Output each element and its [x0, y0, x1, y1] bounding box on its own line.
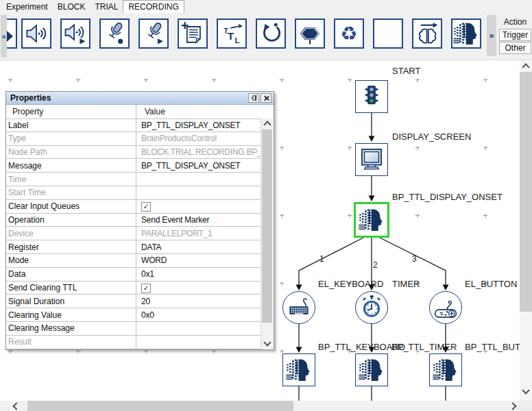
recycle-icon: ♻	[335, 20, 363, 47]
node-timer[interactable]	[355, 291, 388, 324]
scroll-down-icon[interactable]	[263, 338, 271, 346]
toolbar-button-brainproducts[interactable]	[451, 18, 481, 49]
node-el-keyboard[interactable]	[282, 291, 315, 324]
node-el-button[interactable]	[429, 291, 462, 324]
node-bp-ttl-button[interactable]	[429, 353, 462, 386]
node-bp-ttl-timer[interactable]	[355, 353, 388, 386]
palette-tab-action[interactable]: Action	[499, 16, 531, 28]
property-row[interactable]: Data0x1	[6, 268, 261, 282]
canvas-horizontal-scrollbar[interactable]	[0, 401, 520, 411]
property-row[interactable]: Send Clearing TTL✓	[6, 282, 261, 295]
property-value[interactable]: ✓	[136, 200, 261, 213]
property-row[interactable]: ModeWORD	[6, 254, 261, 268]
property-row[interactable]: RegisterDATA	[6, 240, 261, 254]
stop-sign-icon	[296, 20, 324, 47]
column-header-value[interactable]: Value	[136, 105, 261, 119]
property-value[interactable]: 0x0	[136, 308, 261, 321]
toolbar-button-play-voice[interactable]	[138, 18, 169, 49]
toolbar-overflow-left-button[interactable]: «	[1, 15, 7, 58]
toolbar-buttons: T T L	[21, 18, 481, 49]
property-row[interactable]: Result	[6, 336, 261, 349]
property-value[interactable]: BP_TTL_DISPLAY_ONSET	[136, 119, 261, 132]
property-value[interactable]: BrainProductsControl	[136, 132, 261, 145]
svg-text:♻: ♻	[340, 23, 357, 45]
property-value[interactable]	[136, 336, 261, 349]
node-bp-ttl-display-onset-selected[interactable]	[354, 202, 389, 238]
property-row[interactable]: Time	[6, 173, 261, 186]
checkbox[interactable]: ✓	[141, 202, 151, 212]
property-name: Message	[6, 159, 136, 172]
node-label-el-keyboard: EL_KEYBOARD	[318, 279, 383, 289]
toolbar-button-brain-transfer[interactable]	[412, 18, 442, 49]
toolbar-button-play-sound[interactable]	[21, 18, 51, 49]
properties-scrollbar[interactable]	[261, 119, 273, 349]
horizontal-scroll-thumb[interactable]	[27, 401, 293, 411]
property-value[interactable]	[136, 322, 261, 335]
scroll-down-icon[interactable]	[522, 386, 529, 394]
node-start[interactable]	[355, 80, 388, 113]
palette-tab-other[interactable]: Other	[499, 42, 531, 54]
tab-trial[interactable]: TRIAL	[90, 0, 123, 13]
tab-block[interactable]: BLOCK	[53, 0, 90, 13]
stopwatch-icon	[358, 294, 385, 321]
property-row[interactable]: TypeBrainProductsControl	[6, 132, 261, 146]
toolbar-button-play-sound-async[interactable]	[60, 18, 90, 49]
toolbar-button-record-voice[interactable]	[99, 18, 130, 49]
toolbar-overflow-right-button[interactable]: »	[487, 15, 496, 56]
toolbar-button-stop[interactable]	[295, 18, 325, 49]
property-row[interactable]: Signal Duration20	[6, 295, 261, 308]
property-row[interactable]: Start Time	[6, 186, 261, 200]
property-row[interactable]: Node PathBLOCK.TRIAL.RECORDING.BP_TTL_..…	[6, 146, 261, 160]
scroll-up-icon[interactable]	[522, 63, 529, 71]
property-row[interactable]: Clear Input Queues✓	[6, 200, 261, 214]
microphone-play-icon	[140, 20, 167, 47]
node-label-bp-ttl-display-onset: BP_TTL_DISPLAY_ONSET	[392, 192, 503, 202]
node-bp-ttl-keyboard[interactable]	[282, 353, 315, 386]
node-label-el-button: EL_BUTTON	[465, 279, 517, 289]
property-value[interactable]: BP_TTL_DISPLAY_ONSET	[136, 159, 261, 172]
checkbox[interactable]: ✓	[141, 284, 151, 293]
property-value[interactable]: 20	[136, 295, 261, 308]
pin-icon[interactable]	[248, 93, 259, 103]
property-row[interactable]: Clearing Message	[6, 322, 261, 336]
toolbar-button-add-note[interactable]	[178, 18, 208, 49]
property-value[interactable]: PARALLELPORT_1	[136, 227, 261, 240]
properties-titlebar[interactable]: Properties	[6, 92, 274, 105]
toolbar-button-recycle[interactable]: ♻	[334, 18, 364, 49]
property-row[interactable]: OperationSend Event Marker	[6, 214, 261, 227]
canvas-vertical-scrollbar[interactable]	[520, 60, 532, 401]
vertical-scroll-thumb[interactable]	[520, 72, 532, 312]
keyboard-icon	[285, 294, 313, 321]
tab-experiment[interactable]: Experiment	[1, 0, 53, 13]
property-value[interactable]: WORD	[136, 254, 261, 267]
toolbar-button-loop[interactable]	[256, 18, 286, 49]
property-value[interactable]	[136, 186, 261, 199]
property-row[interactable]: Clearing Value0x0	[6, 308, 261, 322]
property-value[interactable]: BLOCK.TRIAL.RECORDING.BP_TTL_...	[136, 146, 261, 159]
palette-tab-trigger[interactable]: Trigger	[499, 29, 531, 41]
column-header-property[interactable]: Property	[6, 105, 136, 119]
scroll-up-icon[interactable]	[263, 121, 271, 128]
property-row[interactable]: LabelBP_TTL_DISPLAY_ONSET	[6, 119, 261, 132]
property-value[interactable]: DATA	[136, 240, 261, 253]
scroll-left-icon[interactable]	[12, 402, 20, 410]
properties-scroll-thumb[interactable]	[262, 129, 272, 323]
close-icon[interactable]	[261, 93, 271, 103]
scroll-right-icon[interactable]	[509, 402, 516, 410]
svg-text:L: L	[235, 36, 240, 45]
property-row[interactable]: DevicePARALLELPORT_1	[6, 227, 261, 240]
node-display-screen[interactable]	[355, 143, 388, 176]
property-value[interactable]: Send Event Marker	[136, 214, 261, 227]
toolbar-button-ttl[interactable]: T T L	[217, 18, 247, 49]
tab-recording[interactable]: RECORDING	[123, 0, 184, 13]
toolbar-button-empty[interactable]	[373, 18, 403, 49]
gamepad-icon	[432, 294, 459, 321]
property-value[interactable]: ✓	[136, 282, 261, 295]
toolbar-button-clipped[interactable]	[7, 18, 17, 49]
brainproducts-head-icon	[285, 356, 313, 384]
property-row[interactable]: MessageBP_TTL_DISPLAY_ONSET	[6, 159, 261, 173]
property-value[interactable]	[136, 173, 261, 186]
node-label-start: START	[392, 66, 420, 76]
property-value[interactable]: 0x1	[136, 268, 261, 281]
property-name: Start Time	[6, 186, 136, 199]
